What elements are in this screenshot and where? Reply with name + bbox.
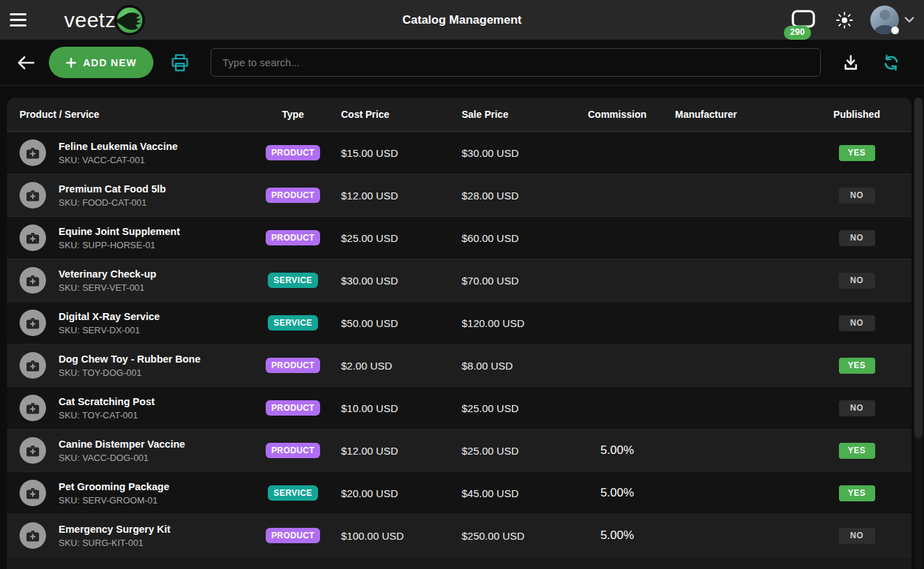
sale-price: $70.00 USD <box>450 275 572 287</box>
published-badge[interactable]: NO <box>839 230 875 246</box>
product-name: Cat Scratching Post <box>59 395 258 408</box>
product-name: Feline Leukemia Vaccine <box>59 140 258 153</box>
download-button[interactable] <box>839 51 863 75</box>
vertical-scrollbar[interactable] <box>914 98 923 569</box>
product-sku: SKU: VACC-CAT-001 <box>59 155 258 165</box>
product-image-button[interactable] <box>20 437 46 464</box>
camera-plus-icon <box>26 529 40 543</box>
cost-price: $25.00 USD <box>328 232 450 244</box>
table-row[interactable]: Pet Grooming Package SKU: SERV-GROOM-01 … <box>7 472 911 515</box>
cost-price: $100.00 USD <box>328 530 450 542</box>
sale-price: $60.00 USD <box>450 232 572 244</box>
cost-price: $50.00 USD <box>328 317 450 329</box>
back-button[interactable] <box>14 51 38 75</box>
sun-icon <box>835 11 854 29</box>
hamburger-menu-button[interactable] <box>10 8 33 32</box>
product-name: Canine Distemper Vaccine <box>59 438 258 450</box>
published-badge[interactable]: YES <box>839 485 875 501</box>
sale-price: $8.00 USD <box>450 360 572 372</box>
table-row[interactable]: Canine Distemper Vaccine SKU: VACC-DOG-0… <box>7 430 911 472</box>
product-image-button[interactable] <box>20 310 46 336</box>
product-image-button[interactable] <box>20 352 46 379</box>
printer-icon <box>170 53 190 73</box>
topbar-actions: 290 <box>788 5 914 36</box>
brand-name: veetz <box>64 8 116 32</box>
cost-price: $12.00 USD <box>328 190 450 202</box>
sale-price: $30.00 USD <box>450 147 572 159</box>
published-badge[interactable]: YES <box>839 443 875 459</box>
product-sku: SKU: SERV-DX-001 <box>59 325 258 335</box>
published-badge[interactable]: NO <box>839 315 875 331</box>
table-body: Feline Leukemia Vaccine SKU: VACC-CAT-00… <box>7 132 911 557</box>
download-icon <box>842 54 860 72</box>
type-badge: SERVICE <box>268 485 317 501</box>
print-button[interactable] <box>167 50 192 75</box>
search-input[interactable] <box>211 48 821 77</box>
type-badge: PRODUCT <box>266 188 320 203</box>
notifications-button[interactable]: 290 <box>788 5 819 36</box>
product-image-button[interactable] <box>20 480 46 506</box>
product-image-button[interactable] <box>20 225 46 251</box>
column-header-commission: Commission <box>572 109 662 120</box>
published-badge[interactable]: NO <box>839 528 875 544</box>
plus-icon <box>66 57 77 68</box>
column-header-cost-price: Cost Price <box>328 109 450 120</box>
product-sku: SKU: SURG-KIT-001 <box>59 538 258 548</box>
brand-logo[interactable]: veetz <box>64 4 146 36</box>
column-header-manufacturer: Manufacturer <box>662 109 802 120</box>
scrollbar-thumb[interactable] <box>914 98 923 438</box>
type-badge: PRODUCT <box>266 145 320 160</box>
product-image-button[interactable] <box>20 139 46 166</box>
sale-price: $45.00 USD <box>450 487 572 499</box>
published-badge[interactable]: NO <box>839 188 875 204</box>
table-row[interactable]: Cat Scratching Post SKU: TOY-CAT-001 PRO… <box>7 387 911 430</box>
product-name: Emergency Surgery Kit <box>59 523 258 536</box>
type-badge: SERVICE <box>268 315 317 331</box>
camera-plus-icon <box>26 189 40 202</box>
theme-toggle-button[interactable] <box>835 11 854 29</box>
product-name: Pet Grooming Package <box>59 480 258 493</box>
product-sku: SKU: FOOD-CAT-001 <box>59 197 258 208</box>
chevron-down-icon <box>904 17 914 23</box>
published-badge[interactable]: NO <box>839 400 875 416</box>
table-row[interactable]: Premium Cat Food 5lb SKU: FOOD-CAT-001 P… <box>7 174 911 217</box>
table-row[interactable]: Veterinary Check-up SKU: SERV-VET-001 SE… <box>7 259 911 302</box>
product-image-button[interactable] <box>20 267 46 294</box>
table-row[interactable]: Digital X-Ray Service SKU: SERV-DX-001 S… <box>7 302 911 344</box>
sale-price: $28.00 USD <box>450 190 572 202</box>
product-image-button[interactable] <box>20 395 46 421</box>
published-badge[interactable]: NO <box>839 273 875 289</box>
published-badge[interactable]: YES <box>839 358 875 374</box>
table-row[interactable]: Dog Chew Toy - Rubber Bone SKU: TOY-DOG-… <box>7 344 911 387</box>
product-sku: SKU: SUPP-HORSE-01 <box>59 240 258 250</box>
product-name: Premium Cat Food 5lb <box>59 183 258 195</box>
type-badge: SERVICE <box>268 273 317 288</box>
sale-price: $250.00 USD <box>450 530 572 542</box>
cost-price: $15.00 USD <box>328 147 450 159</box>
topbar: veetz Catalog Management 290 <box>0 0 924 40</box>
type-badge: PRODUCT <box>266 358 320 373</box>
notification-count-badge: 290 <box>784 26 811 40</box>
published-badge[interactable]: YES <box>839 145 875 161</box>
type-badge: PRODUCT <box>266 528 320 543</box>
user-menu[interactable] <box>870 6 914 34</box>
commission-value: 5.00% <box>572 443 662 457</box>
add-new-button[interactable]: ADD NEW <box>49 47 153 78</box>
table-row[interactable]: Equine Joint Supplement SKU: SUPP-HORSE-… <box>7 217 911 259</box>
type-badge: PRODUCT <box>266 400 320 416</box>
table-row[interactable]: Feline Leukemia Vaccine SKU: VACC-CAT-00… <box>7 132 911 174</box>
cost-price: $10.00 USD <box>328 402 450 414</box>
table-row[interactable]: Emergency Surgery Kit SKU: SURG-KIT-001 … <box>7 515 911 557</box>
page-title: Catalog Management <box>402 13 522 27</box>
column-header-published: Published <box>802 109 911 120</box>
sale-price: $25.00 USD <box>450 402 572 414</box>
brand-logo-icon <box>114 4 146 36</box>
menu-icon <box>10 13 26 15</box>
cost-price: $2.00 USD <box>328 360 450 372</box>
product-sku: SKU: SERV-GROOM-01 <box>59 495 258 506</box>
product-sku: SKU: TOY-CAT-001 <box>59 410 258 420</box>
product-sku: SKU: TOY-DOG-001 <box>59 367 258 378</box>
product-image-button[interactable] <box>20 522 46 549</box>
refresh-button[interactable] <box>879 51 903 75</box>
product-image-button[interactable] <box>20 182 46 208</box>
